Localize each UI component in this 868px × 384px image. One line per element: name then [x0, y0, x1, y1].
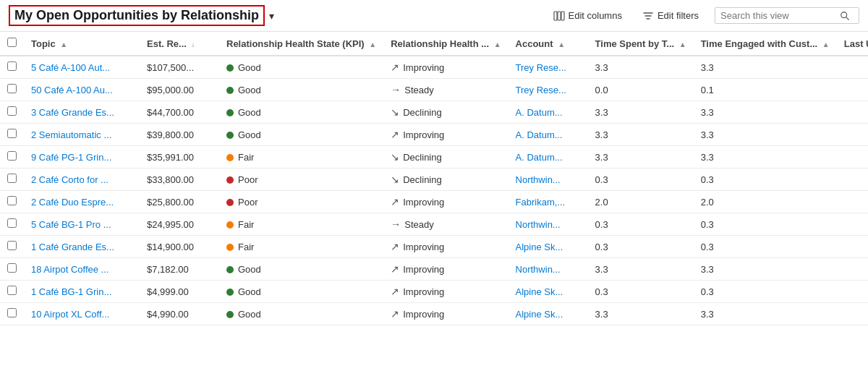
account-link[interactable]: Northwin... — [516, 219, 561, 230]
account-link[interactable]: Fabrikam,... — [516, 197, 566, 208]
account-link[interactable]: Northwin... — [516, 264, 561, 275]
topic-link[interactable]: 2 Café Corto for ... — [31, 174, 109, 185]
row-checkbox[interactable] — [7, 174, 17, 183]
row-checkbox[interactable] — [7, 286, 17, 295]
time-spent-cell: 3.3 — [588, 258, 694, 281]
col-header-checkbox[interactable] — [0, 32, 24, 56]
account-link[interactable]: Trey Rese... — [516, 62, 566, 73]
col-header-kpi-state[interactable]: Relationship Health State (KPI) ▲ — [219, 32, 383, 56]
page-title: My Open Opportunities by Relationship — [9, 5, 265, 26]
kpi-dot — [226, 289, 234, 296]
header-left: My Open Opportunities by Relationship ▾ — [9, 5, 274, 26]
topic-link[interactable]: 3 Café Grande Es... — [31, 107, 114, 118]
last-updated-cell — [837, 101, 868, 124]
kpi-dot — [226, 244, 234, 251]
account-link[interactable]: Northwin... — [516, 174, 561, 185]
account-link[interactable]: Alpine Sk... — [516, 242, 563, 252]
topic-link[interactable]: 1 Café Grande Es... — [31, 242, 114, 252]
sort-icon-kpi: ▲ — [369, 40, 376, 48]
kpi-dot — [226, 199, 234, 206]
account-link[interactable]: Trey Rese... — [516, 85, 566, 95]
col-header-last-updated[interactable]: Last Updated (KPI) ▲ — [837, 32, 868, 56]
row-checkbox[interactable] — [7, 151, 17, 161]
trend-arrow: ↗ — [391, 286, 399, 297]
topic-link[interactable]: 1 Café BG-1 Grin... — [31, 286, 111, 297]
row-checkbox[interactable] — [7, 61, 17, 71]
account-link[interactable]: Alpine Sk... — [516, 309, 563, 320]
row-checkbox[interactable] — [7, 129, 17, 138]
edit-filters-label: Edit filters — [658, 10, 699, 21]
health-label: Improving — [403, 286, 444, 297]
est-revenue-cell: $35,991.00 — [140, 146, 219, 168]
col-header-health[interactable]: Relationship Health ... ▲ — [383, 32, 508, 56]
kpi-dot — [226, 64, 234, 72]
trend-arrow: ↗ — [391, 61, 399, 73]
table-row: 50 Café A-100 Au...$95,000.00Good→Steady… — [0, 79, 868, 101]
time-spent-cell: 3.3 — [588, 303, 694, 325]
col-header-est-revenue[interactable]: Est. Re... ↓ — [140, 32, 219, 56]
kpi-label: Good — [238, 85, 261, 95]
edit-columns-button[interactable]: Edit columns — [549, 7, 626, 25]
row-checkbox[interactable] — [7, 218, 17, 228]
kpi-dot — [226, 87, 234, 94]
title-dropdown-icon[interactable]: ▾ — [269, 10, 274, 22]
col-header-time-engaged[interactable]: Time Engaged with Cust... ▲ — [694, 32, 837, 56]
col-header-time-spent[interactable]: Time Spent by T... ▲ — [588, 32, 694, 56]
topic-link[interactable]: 9 Café PG-1 Grin... — [31, 152, 111, 163]
trend-arrow: → — [391, 84, 401, 95]
sort-icon-engaged: ▲ — [822, 40, 830, 48]
topic-link[interactable]: 5 Café BG-1 Pro ... — [31, 219, 111, 230]
time-engaged-cell: 3.3 — [694, 56, 837, 79]
row-checkbox[interactable] — [7, 106, 17, 116]
est-revenue-cell: $4,999.00 — [140, 281, 219, 303]
last-updated-cell — [837, 168, 868, 191]
topic-link[interactable]: 2 Café Duo Espre... — [31, 197, 114, 208]
last-updated-cell — [837, 236, 868, 258]
topic-link[interactable]: 2 Semiautomatic ... — [31, 129, 111, 140]
row-checkbox[interactable] — [7, 84, 17, 93]
time-engaged-cell: 0.1 — [694, 79, 837, 101]
topic-link[interactable]: 18 Airpot Coffee ... — [31, 264, 109, 275]
account-link[interactable]: A. Datum... — [516, 129, 563, 140]
select-all-checkbox[interactable] — [7, 38, 17, 47]
row-checkbox[interactable] — [7, 241, 17, 250]
time-engaged-cell: 3.3 — [694, 258, 837, 281]
last-updated-cell — [837, 258, 868, 281]
trend-arrow: ↗ — [391, 263, 399, 275]
table-row: 9 Café PG-1 Grin...$35,991.00Fair↘Declin… — [0, 146, 868, 168]
row-checkbox[interactable] — [7, 196, 17, 205]
trend-arrow: ↘ — [391, 174, 399, 185]
health-label: Improving — [403, 197, 444, 208]
col-header-account[interactable]: Account ▲ — [509, 32, 588, 56]
time-spent-cell: 0.3 — [588, 168, 694, 191]
account-link[interactable]: Alpine Sk... — [516, 286, 563, 297]
svg-line-4 — [846, 17, 849, 20]
kpi-label: Fair — [238, 219, 254, 230]
row-checkbox[interactable] — [7, 263, 17, 273]
search-input[interactable] — [720, 10, 836, 21]
time-spent-cell: 3.3 — [588, 101, 694, 124]
sort-icon-time: ▲ — [679, 40, 686, 48]
table-row: 5 Café A-100 Aut...$107,500...Good↗Impro… — [0, 56, 868, 79]
time-engaged-cell: 0.3 — [694, 281, 837, 303]
sort-icon-health: ▲ — [494, 40, 501, 48]
health-label: Improving — [403, 62, 444, 73]
health-label: Improving — [403, 309, 444, 320]
kpi-dot — [226, 154, 234, 161]
topic-link[interactable]: 10 Airpot XL Coff... — [31, 309, 109, 320]
time-engaged-cell: 0.3 — [694, 168, 837, 191]
edit-filters-button[interactable]: Edit filters — [638, 7, 703, 25]
topic-link[interactable]: 5 Café A-100 Aut... — [31, 62, 110, 73]
topic-link[interactable]: 50 Café A-100 Au... — [31, 85, 113, 95]
est-revenue-cell: $44,700.00 — [140, 101, 219, 124]
col-header-topic[interactable]: Topic ▲ — [24, 32, 140, 56]
row-checkbox[interactable] — [7, 308, 17, 317]
opportunities-table: Topic ▲ Est. Re... ↓ Relationship Health… — [0, 32, 868, 325]
table-row: 2 Café Duo Espre...$25,800.00Poor↗Improv… — [0, 191, 868, 213]
account-link[interactable]: A. Datum... — [516, 107, 563, 118]
kpi-label: Poor — [238, 174, 258, 185]
account-link[interactable]: A. Datum... — [516, 152, 563, 163]
health-label: Improving — [403, 129, 444, 140]
search-box[interactable] — [715, 7, 859, 24]
last-updated-cell — [837, 303, 868, 325]
